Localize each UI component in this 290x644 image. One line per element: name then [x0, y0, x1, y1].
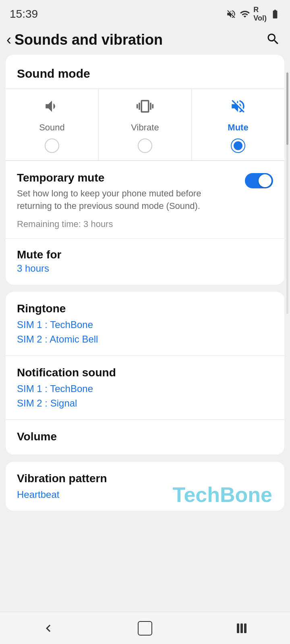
nav-back-button[interactable] — [41, 621, 56, 636]
ringtone-item[interactable]: Ringtone SIM 1 : TechBone SIM 2 : Atomic… — [6, 292, 284, 355]
nav-home-button[interactable] — [138, 621, 152, 636]
notification-sound-title: Notification sound — [17, 366, 273, 379]
ringtone-card: Ringtone SIM 1 : TechBone SIM 2 : Atomic… — [6, 292, 284, 454]
vibration-pattern-title: Vibration pattern — [17, 472, 273, 485]
volume-title: Volume — [17, 430, 273, 443]
wifi-status-icon — [240, 9, 250, 19]
nav-recent-button[interactable] — [234, 621, 249, 636]
notification-sound-item[interactable]: Notification sound SIM 1 : TechBone SIM … — [6, 356, 284, 419]
page-title: Sounds and vibration — [14, 31, 163, 48]
vibration-pattern-item[interactable]: Vibration pattern Heartbeat — [6, 462, 284, 511]
sound-options-row: Sound Vibrate Mute — [6, 89, 284, 161]
nav-home-icon — [138, 621, 152, 636]
battery-status-icon — [270, 9, 280, 19]
status-bar: 15:39 RVol) — [0, 0, 290, 27]
ringtone-sim1: SIM 1 : TechBone — [17, 318, 273, 332]
sound-mode-card: Sound mode Sound Vibrate — [6, 55, 284, 285]
temp-mute-title: Temporary mute — [17, 171, 237, 184]
back-button[interactable]: ‹ — [6, 31, 11, 48]
header: ‹ Sounds and vibration — [0, 27, 290, 55]
vibrate-radio[interactable] — [138, 138, 152, 153]
temp-mute-desc: Set how long to keep your phone muted be… — [17, 188, 237, 213]
mute-for-title: Mute for — [17, 248, 273, 261]
mute-icon — [230, 98, 246, 118]
notification-sim1: SIM 1 : TechBone — [17, 382, 273, 396]
sound-mode-title: Sound mode — [6, 55, 284, 89]
mute-label: Mute — [228, 122, 248, 133]
search-button[interactable] — [266, 32, 280, 48]
mute-for-value: 3 hours — [17, 263, 273, 274]
sound-option-sound[interactable]: Sound — [6, 89, 99, 160]
navigation-bar — [0, 612, 290, 644]
temp-mute-toggle[interactable] — [245, 173, 273, 188]
temp-mute-row: Temporary mute Set how long to keep your… — [17, 171, 273, 213]
status-time: 15:39 — [10, 8, 38, 21]
remaining-time: Remaining time: 3 hours — [17, 219, 273, 229]
sound-option-mute[interactable]: Mute — [192, 89, 284, 160]
vibration-pattern-card: Vibration pattern Heartbeat TechBone — [6, 462, 284, 511]
temp-mute-text: Temporary mute Set how long to keep your… — [17, 171, 245, 213]
status-icons: RVol) — [226, 6, 280, 23]
temporary-mute-section: Temporary mute Set how long to keep your… — [6, 161, 284, 238]
sound-icon — [44, 98, 60, 118]
nav-back-icon — [41, 621, 56, 636]
ringtone-sim2: SIM 2 : Atomic Bell — [17, 332, 273, 347]
vibrate-icon — [137, 98, 153, 118]
mute-for-section[interactable]: Mute for 3 hours — [6, 239, 284, 285]
sound-label: Sound — [39, 122, 65, 133]
volume-item[interactable]: Volume — [6, 420, 284, 454]
sound-option-vibrate[interactable]: Vibrate — [99, 89, 192, 160]
mute-status-icon — [226, 9, 236, 19]
svg-rect-2 — [244, 623, 246, 633]
scrollbar[interactable] — [286, 72, 288, 314]
toggle-knob — [259, 174, 271, 187]
search-icon — [266, 32, 280, 46]
nav-recent-icon — [234, 621, 249, 636]
ringtone-title: Ringtone — [17, 302, 273, 315]
notification-sim2: SIM 2 : Signal — [17, 396, 273, 411]
header-left: ‹ Sounds and vibration — [6, 31, 163, 48]
svg-rect-0 — [237, 623, 239, 633]
svg-rect-1 — [240, 623, 243, 633]
sound-radio[interactable] — [45, 138, 59, 153]
scrollbar-thumb[interactable] — [286, 72, 288, 145]
vibration-pattern-value: Heartbeat — [17, 487, 273, 502]
vibrate-label: Vibrate — [131, 122, 159, 133]
signal-text: RVol) — [253, 6, 267, 23]
mute-radio[interactable] — [231, 138, 245, 153]
